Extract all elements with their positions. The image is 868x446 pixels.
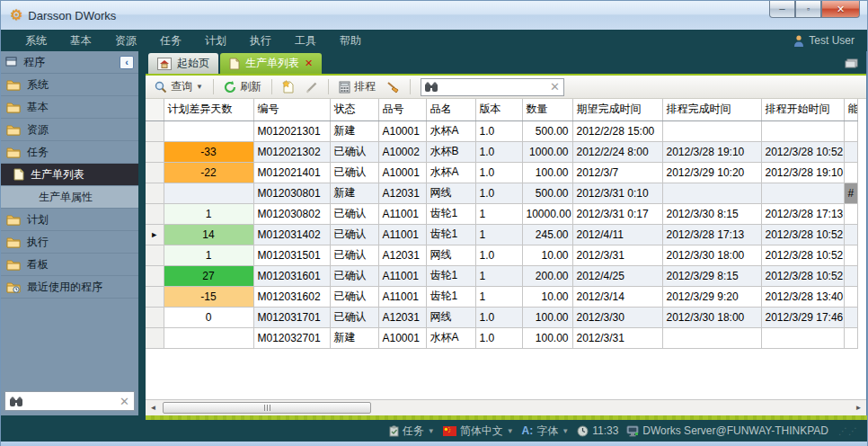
- sidebar-item-label: 生产单列表: [31, 167, 84, 183]
- column-header-计划差异天数[interactable]: 计划差异天数: [164, 99, 253, 120]
- sidebar-item-基本[interactable]: 基本: [1, 96, 138, 119]
- cell-item-no: A10001: [378, 162, 426, 183]
- toolbar: 查询 ▼ 刷新: [146, 76, 866, 99]
- minimize-button[interactable]: ─: [769, 1, 795, 18]
- column-header-能[interactable]: 能: [844, 99, 858, 120]
- table-row[interactable]: ►14M012031402已确认A11001齿轮11245.002012/4/1…: [146, 224, 858, 245]
- close-button[interactable]: ✕: [821, 1, 860, 18]
- table-row[interactable]: -15M012031602已确认A11001齿轮1110.002012/3/14…: [146, 286, 858, 307]
- maximize-button[interactable]: ▫: [795, 1, 821, 18]
- cell-item-name: 水杯A: [426, 327, 475, 348]
- sidebar-search-input[interactable]: [22, 395, 120, 407]
- window-list-icon[interactable]: [844, 58, 859, 68]
- column-header-编号[interactable]: 编号: [253, 99, 330, 120]
- cell-qty: 500.00: [522, 120, 572, 141]
- cell-sched-start-time: 2012/3/28 10:52: [761, 245, 844, 265]
- sidebar-search-clear-icon[interactable]: ✕: [120, 395, 129, 408]
- scroll-right-icon[interactable]: ►: [851, 400, 866, 415]
- column-header-排程完成时间[interactable]: 排程完成时间: [662, 99, 761, 120]
- statusbar-task[interactable]: 任务 ▼: [389, 424, 435, 439]
- table-row[interactable]: M012021301新建A10001水杯A1.0500.002012/2/28 …: [146, 120, 858, 141]
- clock-icon: [577, 425, 589, 437]
- table-row[interactable]: 27M012031601已确认A11001齿轮11200.002012/4/25…: [146, 265, 858, 286]
- tab-close-icon[interactable]: ✕: [305, 58, 313, 69]
- toolbar-search-clear-icon[interactable]: ✕: [550, 80, 560, 94]
- cell-plan-diff-days: -33: [164, 141, 253, 162]
- scroll-left-icon[interactable]: ◄: [146, 400, 161, 415]
- sidebar-item-生产单列表[interactable]: 生产单列表: [1, 164, 138, 186]
- clean-button[interactable]: [383, 79, 403, 95]
- horizontal-scrollbar[interactable]: ◄ ►: [146, 399, 866, 415]
- sidebar-item-生产单属性[interactable]: 生产单属性: [1, 186, 138, 209]
- sidebar-item-最近使用的程序[interactable]: 最近使用的程序: [1, 276, 138, 299]
- sidebar-item-看板[interactable]: 看板: [1, 254, 138, 276]
- menu-item-计划[interactable]: 计划: [193, 33, 238, 49]
- toolbar-separator: [328, 79, 329, 94]
- query-caret-icon[interactable]: ▼: [196, 83, 203, 91]
- sidebar-item-任务[interactable]: 任务: [1, 141, 138, 164]
- schedule-button[interactable]: 排程: [335, 77, 379, 96]
- column-header-品号[interactable]: 品号: [378, 99, 426, 120]
- query-button[interactable]: 查询 ▼: [151, 77, 207, 96]
- sidebar-item-系统[interactable]: 系统: [1, 74, 138, 96]
- scrollbar-thumb[interactable]: [163, 402, 371, 414]
- cell-status: 已确认: [330, 141, 378, 162]
- table-row[interactable]: M012030801新建A12031网线1.0500.002012/3/31 0…: [146, 183, 858, 203]
- toolbar-search-box[interactable]: ✕: [421, 78, 564, 96]
- statusbar-language[interactable]: 简体中文 ▼: [443, 424, 514, 439]
- tab-start-page[interactable]: 起始页: [148, 53, 218, 74]
- new-button[interactable]: [279, 78, 298, 95]
- folder-icon: [6, 259, 21, 271]
- sidebar-search-box[interactable]: ✕: [4, 391, 135, 411]
- cell-version: 1: [475, 203, 522, 224]
- column-header-期望完成时间[interactable]: 期望完成时间: [572, 99, 662, 120]
- edit-button[interactable]: [302, 79, 322, 95]
- toolbar-search-input[interactable]: [438, 81, 550, 94]
- cell-item-name: 齿轮1: [426, 224, 475, 245]
- cell-qty: 10.00: [522, 245, 572, 265]
- column-header-数量[interactable]: 数量: [522, 99, 572, 120]
- cell-sched-start-time: 2012/3/28 10:52: [761, 265, 844, 286]
- column-header-状态[interactable]: 状态: [330, 99, 378, 120]
- menu-item-基本[interactable]: 基本: [58, 33, 103, 49]
- cell-status: 已确认: [330, 162, 378, 183]
- cell-overflow: [844, 245, 858, 265]
- cell-order-no: M012032701: [253, 327, 330, 348]
- sidebar-item-计划[interactable]: 计划: [1, 209, 138, 231]
- production-order-grid: 计划差异天数编号状态品号品名版本数量期望完成时间排程完成时间排程开始时间能 M0…: [146, 99, 866, 399]
- table-row[interactable]: 0M012031701已确认A12031网线1.0100.002012/3/30…: [146, 307, 858, 327]
- table-row[interactable]: 1M012031501已确认A12031网线1.010.002012/3/312…: [146, 245, 858, 265]
- green-splitter[interactable]: [146, 415, 867, 420]
- user-indicator[interactable]: Test User: [793, 34, 855, 47]
- row-selector-cell: [146, 286, 164, 307]
- table-row[interactable]: -22M012021401已确认A10001水杯A1.0100.002012/3…: [146, 162, 858, 183]
- table-row[interactable]: M012032701新建A10001水杯A1.0100.002012/3/31: [146, 327, 858, 348]
- sidebar-item-执行[interactable]: 执行: [1, 231, 138, 254]
- menu-item-帮助[interactable]: 帮助: [328, 33, 373, 49]
- header-row-selector[interactable]: [146, 99, 164, 120]
- menu-item-执行[interactable]: 执行: [238, 33, 283, 49]
- table-row[interactable]: -33M012021302已确认A10002水杯B1.01000.002012/…: [146, 141, 858, 162]
- sidebar-item-资源[interactable]: 资源: [1, 119, 138, 141]
- column-header-版本[interactable]: 版本: [475, 99, 522, 120]
- table-row[interactable]: 1M012030802已确认A11001齿轮1110000.002012/3/3…: [146, 203, 858, 224]
- sidebar-collapse-button[interactable]: ‹: [120, 56, 134, 69]
- tab-strip: 起始页 生产单列表 ✕: [146, 51, 866, 76]
- folder-icon: [6, 102, 21, 113]
- cell-plan-diff-days: -15: [164, 286, 253, 307]
- resize-grip-icon[interactable]: ⋰⋰: [838, 426, 858, 436]
- menu-item-工具[interactable]: 工具: [283, 33, 328, 49]
- column-header-品名[interactable]: 品名: [426, 99, 475, 120]
- server-icon: [626, 425, 639, 437]
- tab-production-order-list[interactable]: 生产单列表 ✕: [220, 53, 322, 74]
- menu-item-任务[interactable]: 任务: [148, 33, 193, 49]
- cell-version: 1.0: [475, 162, 522, 183]
- menu-item-资源[interactable]: 资源: [103, 33, 148, 49]
- cell-overflow: [844, 162, 858, 183]
- menu-item-系统[interactable]: 系统: [13, 33, 58, 49]
- document-icon: [229, 58, 240, 70]
- window-title: Darsson DWorks: [28, 9, 116, 22]
- refresh-button[interactable]: 刷新: [220, 77, 265, 96]
- statusbar-font[interactable]: A: 字体 ▼: [522, 424, 570, 439]
- column-header-排程开始时间[interactable]: 排程开始时间: [761, 99, 844, 120]
